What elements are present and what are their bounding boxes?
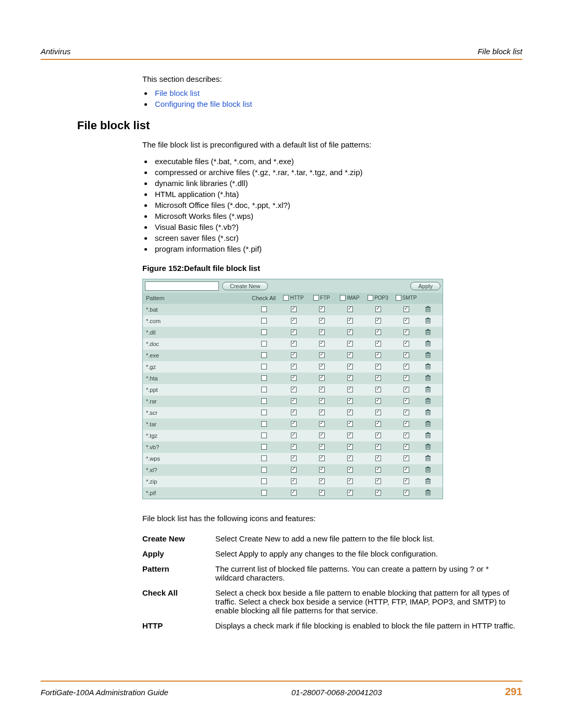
service-checkbox[interactable] (291, 410, 297, 415)
service-checkbox[interactable] (375, 341, 381, 347)
service-checkbox[interactable] (291, 455, 297, 461)
service-checkbox[interactable] (347, 433, 353, 438)
service-checkbox[interactable] (319, 433, 325, 438)
service-checkbox[interactable] (319, 421, 325, 427)
service-checkbox[interactable] (403, 490, 409, 496)
service-checkbox[interactable] (319, 490, 325, 496)
service-checkbox[interactable] (347, 375, 353, 381)
service-checkbox[interactable] (403, 444, 409, 450)
service-checkbox[interactable] (375, 375, 381, 381)
checkall-checkbox[interactable] (261, 478, 267, 484)
delete-icon[interactable] (425, 432, 431, 438)
service-checkbox[interactable] (319, 306, 325, 312)
service-checkbox[interactable] (403, 329, 409, 335)
service-checkbox[interactable] (403, 398, 409, 404)
service-checkbox[interactable] (291, 306, 297, 312)
create-new-button[interactable]: Create New (222, 282, 268, 290)
checkall-checkbox[interactable] (261, 352, 267, 358)
service-checkbox[interactable] (375, 306, 381, 312)
delete-icon[interactable] (425, 489, 431, 496)
service-checkbox[interactable] (375, 352, 381, 358)
link-configuring[interactable]: Configuring the file block list (155, 100, 252, 108)
service-checkbox[interactable] (291, 478, 297, 484)
service-checkbox[interactable] (403, 375, 409, 381)
delete-icon[interactable] (425, 409, 431, 415)
service-checkbox[interactable] (319, 352, 325, 358)
service-checkbox[interactable] (375, 318, 381, 324)
service-checkbox[interactable] (403, 364, 409, 369)
service-checkbox[interactable] (347, 364, 353, 369)
service-checkbox[interactable] (319, 467, 325, 473)
apply-button[interactable]: Apply (410, 282, 440, 290)
service-checkbox[interactable] (375, 467, 381, 473)
service-checkbox[interactable] (291, 444, 297, 450)
checkall-checkbox[interactable] (261, 375, 267, 381)
service-checkbox[interactable] (375, 444, 381, 450)
service-checkbox[interactable] (375, 433, 381, 438)
checkall-checkbox[interactable] (261, 444, 267, 450)
service-checkbox[interactable] (375, 329, 381, 335)
service-checkbox[interactable] (403, 467, 409, 473)
checkall-checkbox[interactable] (261, 306, 267, 312)
service-header-checkbox[interactable] (283, 295, 289, 301)
service-checkbox[interactable] (403, 410, 409, 415)
service-checkbox[interactable] (291, 329, 297, 335)
service-checkbox[interactable] (291, 352, 297, 358)
service-checkbox[interactable] (291, 421, 297, 427)
service-checkbox[interactable] (291, 467, 297, 473)
service-checkbox[interactable] (291, 318, 297, 324)
service-checkbox[interactable] (403, 352, 409, 358)
service-checkbox[interactable] (375, 364, 381, 369)
checkall-checkbox[interactable] (261, 490, 267, 496)
service-header-checkbox[interactable] (340, 295, 346, 301)
delete-icon[interactable] (425, 317, 431, 324)
checkall-checkbox[interactable] (261, 455, 267, 461)
delete-icon[interactable] (425, 306, 431, 312)
delete-icon[interactable] (425, 329, 431, 335)
delete-icon[interactable] (425, 398, 431, 404)
service-checkbox[interactable] (291, 375, 297, 381)
service-checkbox[interactable] (347, 341, 353, 347)
service-checkbox[interactable] (319, 387, 325, 392)
service-checkbox[interactable] (319, 341, 325, 347)
checkall-checkbox[interactable] (261, 329, 267, 335)
delete-icon[interactable] (425, 375, 431, 381)
service-checkbox[interactable] (375, 478, 381, 484)
checkall-checkbox[interactable] (261, 398, 267, 404)
checkall-checkbox[interactable] (261, 421, 267, 427)
service-checkbox[interactable] (375, 398, 381, 404)
service-checkbox[interactable] (291, 387, 297, 392)
service-checkbox[interactable] (291, 398, 297, 404)
service-checkbox[interactable] (291, 490, 297, 496)
service-checkbox[interactable] (403, 318, 409, 324)
service-checkbox[interactable] (319, 375, 325, 381)
service-checkbox[interactable] (347, 421, 353, 427)
checkall-checkbox[interactable] (261, 433, 267, 438)
service-checkbox[interactable] (375, 387, 381, 392)
service-checkbox[interactable] (319, 444, 325, 450)
service-checkbox[interactable] (347, 398, 353, 404)
service-checkbox[interactable] (347, 352, 353, 358)
checkall-checkbox[interactable] (261, 318, 267, 324)
service-checkbox[interactable] (347, 306, 353, 312)
service-checkbox[interactable] (291, 433, 297, 438)
link-file-block-list[interactable]: File block list (155, 89, 200, 97)
checkall-checkbox[interactable] (261, 410, 267, 415)
service-checkbox[interactable] (347, 455, 353, 461)
service-checkbox[interactable] (319, 398, 325, 404)
service-checkbox[interactable] (291, 364, 297, 369)
service-header-checkbox[interactable] (368, 295, 373, 301)
service-checkbox[interactable] (319, 478, 325, 484)
service-checkbox[interactable] (403, 387, 409, 392)
service-checkbox[interactable] (347, 444, 353, 450)
checkall-checkbox[interactable] (261, 467, 267, 473)
service-checkbox[interactable] (319, 318, 325, 324)
service-checkbox[interactable] (347, 478, 353, 484)
delete-icon[interactable] (425, 352, 431, 358)
delete-icon[interactable] (425, 466, 431, 473)
delete-icon[interactable] (425, 443, 431, 450)
service-checkbox[interactable] (403, 306, 409, 312)
delete-icon[interactable] (425, 363, 431, 369)
service-checkbox[interactable] (403, 478, 409, 484)
service-checkbox[interactable] (319, 455, 325, 461)
